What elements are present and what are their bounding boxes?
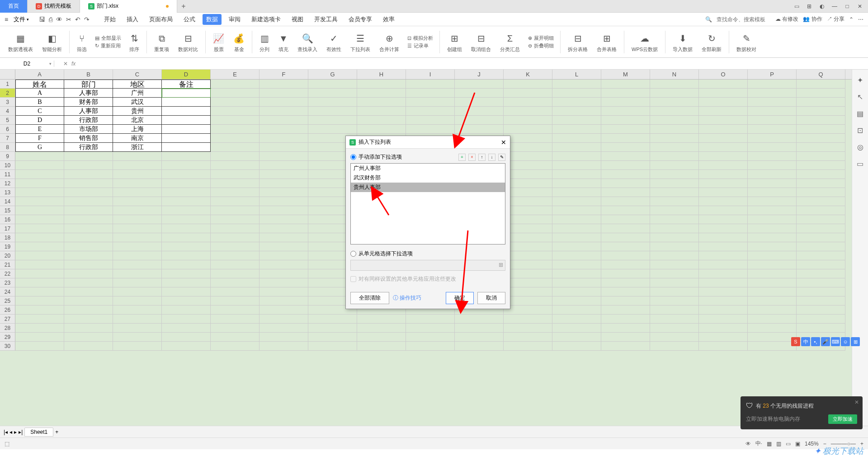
cell[interactable] [113, 260, 162, 269]
col-header[interactable]: F [259, 70, 308, 79]
cell[interactable] [601, 260, 650, 269]
what-if[interactable]: ⊡ 模拟分析 [407, 35, 433, 42]
cell[interactable] [113, 152, 162, 161]
tab-file[interactable]: S 部门.xlsx [80, 0, 177, 13]
cell[interactable] [113, 269, 162, 278]
text-to-cols[interactable]: ▥分列 [256, 30, 273, 54]
cell[interactable] [650, 278, 699, 287]
cell[interactable] [113, 342, 162, 351]
cell[interactable] [64, 233, 113, 242]
cell[interactable] [15, 296, 64, 306]
cell[interactable] [699, 260, 748, 269]
row-header[interactable]: 12 [0, 179, 15, 188]
cell[interactable] [601, 197, 650, 206]
cell[interactable] [552, 161, 601, 170]
cell[interactable] [259, 233, 308, 242]
cell[interactable] [504, 161, 552, 170]
cell[interactable] [15, 224, 64, 233]
cell[interactable] [601, 233, 650, 242]
cell[interactable] [650, 215, 699, 224]
duplicates[interactable]: ⧉重复项 [151, 30, 173, 54]
cell[interactable] [211, 107, 259, 116]
cell[interactable] [211, 306, 259, 315]
cell[interactable] [748, 170, 797, 179]
record-form[interactable]: ☰ 记录单 [407, 42, 433, 49]
cell[interactable] [552, 107, 601, 116]
cell[interactable] [504, 188, 552, 197]
row-header[interactable]: 24 [0, 287, 15, 296]
cell[interactable] [601, 89, 650, 98]
cell[interactable] [748, 224, 797, 233]
cell[interactable] [797, 98, 845, 107]
cell[interactable] [113, 179, 162, 188]
radio-manual[interactable] [350, 154, 356, 160]
cell[interactable] [699, 251, 748, 260]
cell[interactable] [650, 333, 699, 342]
cell[interactable] [552, 278, 601, 287]
cell[interactable] [162, 161, 211, 170]
cell[interactable] [650, 260, 699, 269]
cell[interactable] [650, 152, 699, 161]
cell[interactable] [64, 278, 113, 287]
cell[interactable] [259, 342, 308, 351]
cell[interactable] [797, 287, 845, 296]
cell[interactable] [15, 333, 64, 342]
cell[interactable] [259, 152, 308, 161]
cell[interactable] [650, 306, 699, 315]
cell[interactable] [211, 152, 259, 161]
cell[interactable] [113, 161, 162, 170]
cell[interactable] [601, 306, 650, 315]
cell[interactable] [162, 278, 211, 287]
cut-icon[interactable]: ✂ [66, 16, 71, 23]
cell[interactable] [601, 125, 650, 134]
cell[interactable] [259, 333, 308, 342]
preview-icon[interactable]: 👁 [56, 16, 62, 23]
menu-tab-5[interactable]: 审阅 [225, 14, 244, 25]
cell[interactable] [211, 224, 259, 233]
cell[interactable] [15, 242, 64, 251]
save-icon[interactable]: 🖫 [39, 16, 45, 23]
cell[interactable] [308, 98, 357, 107]
cell[interactable] [552, 197, 601, 206]
cell[interactable] [650, 315, 699, 324]
cell[interactable] [259, 98, 308, 107]
row-header[interactable]: 1 [0, 80, 15, 89]
reapply[interactable]: ↻ 重新应用 [95, 42, 121, 49]
cell[interactable] [211, 143, 259, 152]
cell[interactable] [15, 315, 64, 324]
cell[interactable] [162, 179, 211, 188]
cell[interactable] [259, 134, 308, 143]
cell[interactable] [601, 152, 650, 161]
cell[interactable] [601, 107, 650, 116]
search-input[interactable] [717, 16, 771, 23]
fx-icon[interactable]: fx [71, 61, 75, 67]
cell[interactable]: 北京 [113, 116, 162, 125]
cell[interactable] [797, 89, 845, 98]
cell[interactable] [601, 179, 650, 188]
chevron-up-icon[interactable]: ⌃ [849, 16, 854, 23]
col-header[interactable]: J [455, 70, 504, 79]
row-header[interactable]: 28 [0, 324, 15, 333]
row-header[interactable]: 17 [0, 224, 15, 233]
cell[interactable] [699, 125, 748, 134]
cell[interactable] [797, 278, 845, 287]
cell[interactable] [308, 324, 357, 333]
cell[interactable] [650, 269, 699, 278]
cell[interactable] [699, 269, 748, 278]
cell[interactable] [748, 242, 797, 251]
more-icon[interactable]: ⋯ [858, 16, 863, 23]
cell[interactable] [650, 188, 699, 197]
cell[interactable] [162, 224, 211, 233]
select-all-corner[interactable] [0, 70, 15, 79]
cell[interactable] [113, 188, 162, 197]
cell[interactable] [601, 296, 650, 306]
cell[interactable] [211, 251, 259, 260]
cell[interactable] [504, 179, 552, 188]
cell[interactable] [259, 296, 308, 306]
cell[interactable] [552, 116, 601, 125]
cell[interactable] [162, 287, 211, 296]
cell[interactable] [162, 116, 211, 125]
col-header[interactable]: O [699, 70, 748, 79]
cell[interactable] [650, 342, 699, 351]
cell[interactable] [64, 224, 113, 233]
